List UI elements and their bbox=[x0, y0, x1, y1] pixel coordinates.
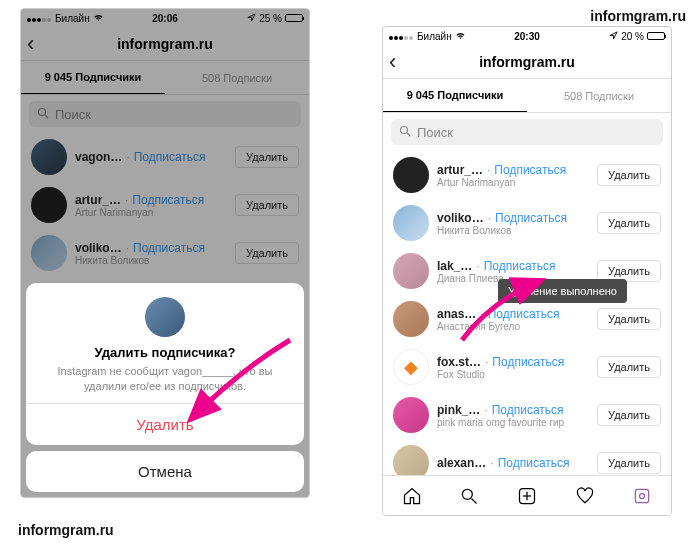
svg-point-10 bbox=[640, 493, 645, 498]
watermark-bottom: informgram.ru bbox=[18, 522, 114, 538]
username[interactable]: fox.st… bbox=[437, 355, 481, 369]
tab-following[interactable]: 508 Подписки bbox=[165, 61, 309, 94]
username[interactable]: pink_… bbox=[437, 403, 480, 417]
subscribe-link[interactable]: Подписаться bbox=[492, 355, 564, 369]
search-icon bbox=[399, 125, 411, 140]
username[interactable]: voliko… bbox=[437, 211, 484, 225]
svg-line-5 bbox=[472, 498, 477, 503]
display-name: Artur Narimanyan bbox=[437, 177, 589, 188]
avatar[interactable] bbox=[393, 301, 429, 337]
remove-button[interactable]: Удалить bbox=[597, 308, 661, 330]
display-name: Fox Studio bbox=[437, 369, 589, 380]
remove-button[interactable]: Удалить bbox=[235, 146, 299, 168]
bottom-nav bbox=[383, 475, 671, 515]
tab-following[interactable]: 508 Подписки bbox=[527, 79, 671, 112]
subscribe-link[interactable]: Подписаться bbox=[132, 193, 204, 207]
profile-icon[interactable] bbox=[631, 485, 653, 507]
list-item: voliko… · Подписаться Никита Воликов Уда… bbox=[21, 229, 309, 277]
list-item: vagon… · Подписаться Удалить bbox=[21, 133, 309, 181]
battery-percent: 20 % bbox=[621, 31, 644, 42]
search-icon bbox=[37, 107, 49, 122]
sheet-avatar bbox=[145, 297, 185, 337]
avatar[interactable] bbox=[393, 397, 429, 433]
remove-button[interactable]: Удалить bbox=[597, 452, 661, 474]
back-icon[interactable]: ‹ bbox=[27, 31, 34, 57]
subscribe-link[interactable]: Подписаться bbox=[134, 150, 206, 164]
list-item: ◆ fox.st…·Подписаться Fox Studio Удалить bbox=[383, 343, 671, 391]
home-icon[interactable] bbox=[401, 485, 423, 507]
subscribe-link[interactable]: Подписаться bbox=[495, 211, 567, 225]
display-name: Анастасия Бугело bbox=[437, 321, 589, 332]
remove-button[interactable]: Удалить bbox=[597, 356, 661, 378]
list-item: artur_…·Подписаться Artur Narimanyan Уда… bbox=[383, 151, 671, 199]
display-name: Никита Воликов bbox=[437, 225, 589, 236]
page-title: informgram.ru bbox=[479, 54, 575, 70]
search-icon[interactable] bbox=[458, 485, 480, 507]
battery-icon bbox=[285, 14, 303, 22]
remove-button[interactable]: Удалить bbox=[597, 212, 661, 234]
remove-button[interactable]: Удалить bbox=[597, 404, 661, 426]
search-input[interactable]: Поиск bbox=[29, 101, 301, 127]
back-icon[interactable]: ‹ bbox=[389, 49, 396, 75]
avatar[interactable] bbox=[393, 157, 429, 193]
tabs: 9 045 Подписчики 508 Подписки bbox=[21, 61, 309, 95]
list-item: voliko…·Подписаться Никита Воликов Удали… bbox=[383, 199, 671, 247]
carrier-label: Билайн bbox=[55, 13, 90, 24]
remove-button[interactable]: Удалить bbox=[235, 242, 299, 264]
avatar[interactable] bbox=[393, 205, 429, 241]
subscribe-link[interactable]: Подписаться bbox=[133, 241, 205, 255]
page-title: informgram.ru bbox=[117, 36, 213, 52]
toast-message: Удаление выполнено bbox=[498, 279, 627, 303]
phone-left: Билайн 20:06 25 % ‹ informgram.ru 9 045 … bbox=[20, 8, 310, 498]
avatar[interactable] bbox=[31, 235, 67, 271]
carrier-label: Билайн bbox=[417, 31, 452, 42]
nav-bar: ‹ informgram.ru bbox=[383, 45, 671, 79]
svg-point-4 bbox=[463, 489, 473, 499]
battery-percent: 25 % bbox=[259, 13, 282, 24]
status-time: 20:30 bbox=[514, 31, 540, 42]
status-bar: Билайн 20:30 20 % bbox=[383, 27, 671, 45]
svg-rect-9 bbox=[636, 489, 649, 502]
username[interactable]: anas… bbox=[437, 307, 476, 321]
subscribe-link[interactable]: Подписаться bbox=[494, 163, 566, 177]
sheet-delete-button[interactable]: Удалить bbox=[26, 404, 304, 445]
username[interactable]: artur_… bbox=[75, 193, 121, 207]
signal-icon bbox=[389, 31, 414, 42]
subscribe-link[interactable]: Подписаться bbox=[498, 456, 570, 470]
search-placeholder: Поиск bbox=[55, 107, 91, 122]
search-input[interactable]: Поиск bbox=[391, 119, 663, 145]
username[interactable]: lak_… bbox=[437, 259, 472, 273]
add-icon[interactable] bbox=[516, 485, 538, 507]
watermark-top: informgram.ru bbox=[590, 8, 686, 24]
remove-button[interactable]: Удалить bbox=[235, 194, 299, 216]
sheet-cancel-button[interactable]: Отмена bbox=[26, 451, 304, 492]
location-icon bbox=[609, 31, 618, 42]
username[interactable]: alexan… bbox=[437, 456, 486, 470]
list-item: pink_…·Подписаться pink maria omg favour… bbox=[383, 391, 671, 439]
remove-button[interactable]: Удалить bbox=[597, 164, 661, 186]
avatar[interactable] bbox=[31, 139, 67, 175]
username[interactable]: artur_… bbox=[437, 163, 483, 177]
tab-followers[interactable]: 9 045 Подписчики bbox=[383, 79, 527, 112]
nav-bar: ‹ informgram.ru bbox=[21, 27, 309, 61]
avatar[interactable]: ◆ bbox=[393, 349, 429, 385]
username[interactable]: vagon… bbox=[75, 150, 122, 164]
wifi-icon bbox=[455, 31, 466, 42]
svg-point-2 bbox=[401, 126, 408, 133]
subscribe-link[interactable]: Подписаться bbox=[484, 259, 556, 273]
activity-icon[interactable] bbox=[574, 485, 596, 507]
subscribe-link[interactable]: Подписаться bbox=[492, 403, 564, 417]
svg-line-3 bbox=[407, 133, 410, 136]
username[interactable]: voliko… bbox=[75, 241, 122, 255]
sheet-title: Удалить подписчика? bbox=[26, 345, 304, 360]
avatar[interactable] bbox=[393, 253, 429, 289]
tabs: 9 045 Подписчики 508 Подписки bbox=[383, 79, 671, 113]
svg-point-0 bbox=[39, 108, 46, 115]
svg-line-1 bbox=[45, 115, 48, 118]
avatar[interactable] bbox=[31, 187, 67, 223]
phone-right: Билайн 20:30 20 % ‹ informgram.ru 9 045 … bbox=[382, 26, 672, 516]
tab-followers[interactable]: 9 045 Подписчики bbox=[21, 61, 165, 94]
display-name: pink maria omg favourite гир bbox=[437, 417, 589, 428]
display-name: Никита Воликов bbox=[75, 255, 227, 266]
subscribe-link[interactable]: Подписаться bbox=[488, 307, 560, 321]
